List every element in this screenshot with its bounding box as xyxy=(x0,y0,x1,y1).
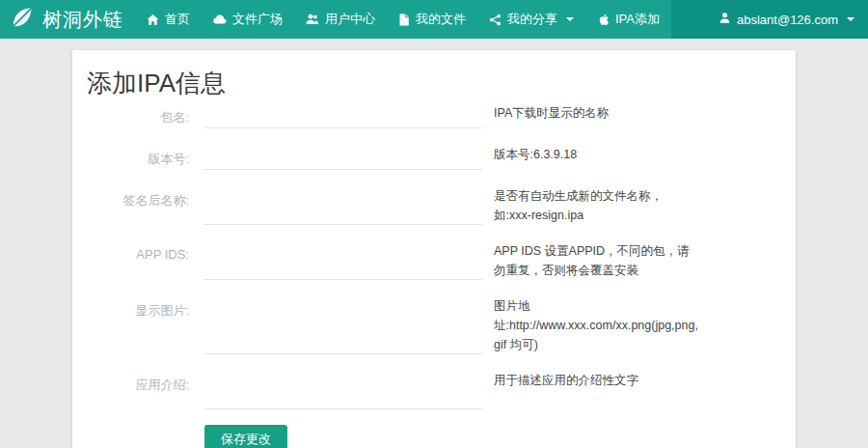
user-menu[interactable]: abslant@126.com xyxy=(705,0,868,39)
package-name-hint: IPA下载时显示的名称 xyxy=(494,102,698,128)
input-wrap xyxy=(204,370,482,409)
app-description-label: 应用介绍: xyxy=(87,370,189,409)
display-image-input[interactable] xyxy=(204,328,482,354)
home-icon xyxy=(147,14,159,26)
input-wrap xyxy=(204,185,482,225)
form-row-app-ids: APP IDS: APP IDS 设置APPID，不同的包，请勿重复，否则将会覆… xyxy=(87,240,781,280)
nav-item-label: 首页 xyxy=(165,11,190,28)
leaf-icon xyxy=(10,5,35,34)
input-wrap xyxy=(204,102,482,128)
user-icon xyxy=(719,12,731,27)
save-button[interactable]: 保存更改 xyxy=(204,425,287,448)
input-wrap xyxy=(204,144,482,170)
display-image-hint: 图片地址:http://www.xxx.com/xx.png(jpg,png,g… xyxy=(494,295,698,354)
navbar: 树洞外链 首页 文件广场 用户中心 xyxy=(0,0,868,39)
nav-item-label: 用户中心 xyxy=(325,11,375,28)
brand[interactable]: 树洞外链 xyxy=(6,0,135,39)
share-icon xyxy=(489,14,502,26)
version-input[interactable] xyxy=(204,144,482,170)
nav-item-label: IPA添加 xyxy=(615,11,660,28)
nav-item-label: 文件广场 xyxy=(232,11,283,28)
nav-item-my-files[interactable]: 我的文件 xyxy=(387,0,477,39)
brand-name: 树洞外链 xyxy=(42,7,123,33)
form-row-version: 版本号: 版本号:6.3.9.18 xyxy=(87,144,781,170)
package-name-label: 包名: xyxy=(87,102,189,128)
version-label: 版本号: xyxy=(87,144,189,170)
page-title: 添加IPA信息 xyxy=(87,70,781,97)
input-wrap xyxy=(204,295,482,354)
app-ids-input[interactable] xyxy=(204,254,482,280)
file-icon xyxy=(398,14,410,26)
form-row-display-image: 显示图片: 图片地址:http://www.xxx.com/xx.png(jpg… xyxy=(87,295,781,354)
nav-item-home[interactable]: 首页 xyxy=(135,0,202,39)
user-email: abslant@126.com xyxy=(737,13,838,27)
nav-item-file-plaza[interactable]: 文件广场 xyxy=(202,0,294,39)
nav-item-label: 我的分享 xyxy=(507,11,557,28)
app-ids-hint: APP IDS 设置APPID，不同的包，请勿重复，否则将会覆盖安装 xyxy=(494,240,698,280)
nav-item-my-shares[interactable]: 我的分享 xyxy=(477,0,585,39)
users-icon xyxy=(306,13,319,26)
form-row-app-description: 应用介绍: 用于描述应用的介绍性文字 xyxy=(87,370,781,409)
nav-item-ipa-add[interactable]: IPA添加 xyxy=(585,0,671,39)
display-image-label: 显示图片: xyxy=(87,295,189,354)
signed-name-label: 签名后名称: xyxy=(87,185,189,225)
ipa-form-card: 添加IPA信息 包名: IPA下载时显示的名称 版本号: 版本号:6.3.9.1… xyxy=(72,50,796,448)
version-hint: 版本号:6.3.9.18 xyxy=(494,144,698,170)
signed-name-input[interactable] xyxy=(204,199,482,225)
app-description-input[interactable] xyxy=(204,370,482,409)
nav-item-label: 我的文件 xyxy=(416,11,466,28)
chevron-down-icon xyxy=(566,17,574,21)
form-row-package-name: 包名: IPA下载时显示的名称 xyxy=(87,102,781,128)
nav-item-user-center[interactable]: 用户中心 xyxy=(294,0,387,39)
input-wrap xyxy=(204,240,482,280)
app-ids-label: APP IDS: xyxy=(87,240,189,280)
form-row-signed-name: 签名后名称: 是否有自动生成新的文件名称，如:xxx-resign.ipa xyxy=(87,185,781,225)
app-description-hint: 用于描述应用的介绍性文字 xyxy=(494,370,698,409)
apple-icon xyxy=(597,13,610,26)
cloud-icon xyxy=(213,13,227,26)
navbar-left-section: 树洞外链 首页 文件广场 用户中心 xyxy=(0,0,671,39)
chevron-down-icon xyxy=(847,17,854,21)
signed-name-hint: 是否有自动生成新的文件名称，如:xxx-resign.ipa xyxy=(494,185,698,225)
package-name-input[interactable] xyxy=(204,102,482,128)
